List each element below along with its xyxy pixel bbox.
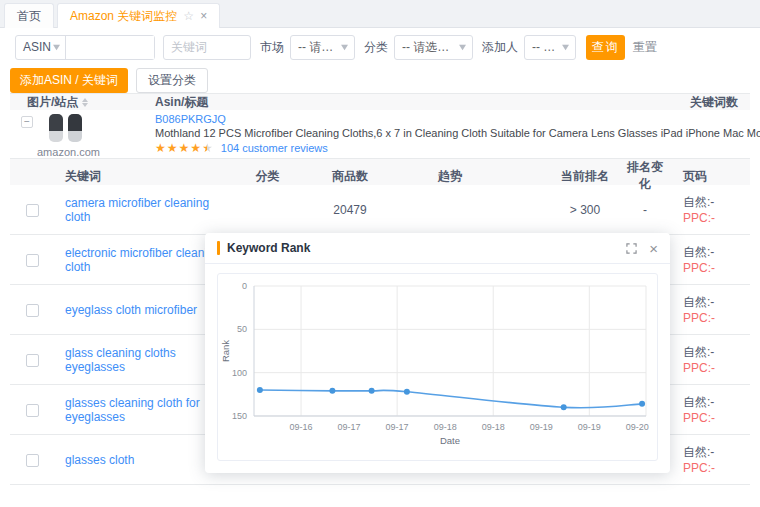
favorite-star-icon[interactable]: ☆ bbox=[183, 9, 194, 23]
market-select[interactable]: -- 请选择 -- ▼ bbox=[290, 35, 355, 60]
subheader-keyword: 关键词 bbox=[55, 168, 225, 185]
rating-row: ★★★★★ 104 customer reviews bbox=[155, 141, 760, 155]
row-checkbox[interactable] bbox=[26, 454, 39, 467]
title-accent-bar bbox=[217, 241, 220, 255]
category-select-value: -- 请选择 -- bbox=[402, 39, 458, 56]
page-cell: 自然:-PPC:- bbox=[665, 194, 750, 226]
table-header-row: 图片/站点 Asin/标题 关键词数 bbox=[10, 93, 750, 110]
page-natural: 自然:- bbox=[683, 294, 750, 310]
category-label: 分类 bbox=[364, 39, 388, 56]
tab-amazon-keyword-monitor[interactable]: Amazon 关键词监控 ☆ × bbox=[57, 3, 220, 28]
subheader-category: 分类 bbox=[225, 168, 310, 185]
svg-text:09-16: 09-16 bbox=[290, 422, 313, 432]
keyword-link[interactable]: glasses cloth bbox=[65, 453, 134, 467]
rank-change-cell: - bbox=[625, 203, 665, 217]
page-natural: 自然:- bbox=[683, 394, 750, 410]
adder-select-value: -- 请选... bbox=[532, 39, 561, 56]
svg-text:09-19: 09-19 bbox=[578, 422, 601, 432]
keyword-input[interactable] bbox=[171, 40, 243, 54]
sort-icon[interactable] bbox=[82, 98, 88, 107]
product-image-wrap: amazon.com bbox=[37, 113, 95, 158]
keyword-link[interactable]: camera microfiber cleaning cloth bbox=[65, 196, 209, 224]
svg-text:09-18: 09-18 bbox=[482, 422, 505, 432]
sub-header-row: 关键词 分类 商品数 趋势 当前排名 排名变化 页码 bbox=[10, 159, 750, 185]
page-natural: 自然:- bbox=[683, 344, 750, 360]
keyword-link[interactable]: glass cleaning cloths eyeglasses bbox=[65, 346, 176, 374]
svg-text:Date: Date bbox=[440, 435, 460, 446]
page-natural: 自然:- bbox=[683, 444, 750, 460]
asin-type-select[interactable]: ASIN ▼ bbox=[16, 36, 66, 59]
star-rating-icon: ★★★★ bbox=[155, 141, 202, 155]
tab-active-label: Amazon 关键词监控 bbox=[70, 8, 177, 25]
svg-text:09-18: 09-18 bbox=[434, 422, 457, 432]
row-checkbox[interactable] bbox=[26, 204, 39, 217]
page-cell: 自然:-PPC:- bbox=[665, 244, 750, 276]
market-select-value: -- 请选择 -- bbox=[298, 39, 340, 56]
filter-bar: ASIN ▼ 市场 -- 请选择 -- ▼ 分类 -- 请选择 -- ▼ 添加人… bbox=[0, 29, 760, 65]
page-ppc: PPC:- bbox=[683, 460, 750, 476]
keyword-rank-modal: Keyword Rank × 05010015009-1609-1709-170… bbox=[205, 233, 670, 473]
collapse-row-button[interactable]: − bbox=[21, 116, 33, 128]
subheader-trend: 趋势 bbox=[390, 168, 510, 185]
page-ppc: PPC:- bbox=[683, 360, 750, 376]
current-rank-cell: > 300 bbox=[545, 203, 625, 217]
row-checkbox[interactable] bbox=[26, 354, 39, 367]
product-count-cell: 20479 bbox=[310, 203, 390, 217]
svg-text:50: 50 bbox=[237, 324, 247, 334]
page-cell: 自然:-PPC:- bbox=[665, 294, 750, 326]
svg-text:09-20: 09-20 bbox=[626, 422, 649, 432]
subheader-rank-change: 排名变化 bbox=[625, 159, 665, 193]
fullscreen-icon[interactable] bbox=[626, 243, 637, 254]
svg-text:09-19: 09-19 bbox=[530, 422, 553, 432]
keyword-input-wrap bbox=[163, 35, 251, 60]
asin-input-group: ASIN ▼ bbox=[15, 35, 155, 60]
subheader-page: 页码 bbox=[665, 168, 750, 185]
product-image bbox=[45, 113, 87, 143]
keyword-link[interactable]: eyeglass cloth microfiber bbox=[65, 303, 197, 317]
header-asin-title: Asin/标题 bbox=[155, 94, 660, 111]
modal-title: Keyword Rank bbox=[227, 241, 626, 255]
svg-text:09-17: 09-17 bbox=[386, 422, 409, 432]
set-category-button[interactable]: 设置分类 bbox=[136, 68, 208, 93]
page-natural: 自然:- bbox=[683, 194, 750, 210]
svg-text:0: 0 bbox=[242, 281, 247, 291]
page-cell: 自然:-PPC:- bbox=[665, 394, 750, 426]
product-info: B086PKRGJQ Mothland 12 PCS Microfiber Cl… bbox=[155, 110, 760, 158]
add-asin-keyword-button[interactable]: 添加ASIN / 关键词 bbox=[10, 68, 128, 93]
page-ppc: PPC:- bbox=[683, 310, 750, 326]
asin-link[interactable]: B086PKRGJQ bbox=[155, 113, 226, 125]
product-title: Mothland 12 PCS Microfiber Cleaning Clot… bbox=[155, 126, 760, 140]
keyword-link[interactable]: electronic microfiber cleaning cloth bbox=[65, 246, 220, 274]
header-image-site[interactable]: 图片/站点 bbox=[10, 94, 155, 111]
half-star-icon: ★ bbox=[202, 141, 213, 155]
svg-text:Rank: Rank bbox=[220, 340, 231, 362]
asin-input[interactable] bbox=[66, 36, 154, 59]
row-checkbox[interactable] bbox=[26, 404, 39, 417]
page-ppc: PPC:- bbox=[683, 410, 750, 426]
modal-body: 05010015009-1609-1709-1709-1809-1809-190… bbox=[205, 264, 670, 470]
page-ppc: PPC:- bbox=[683, 260, 750, 276]
reviews-link[interactable]: 104 customer reviews bbox=[221, 141, 328, 155]
page-cell: 自然:-PPC:- bbox=[665, 444, 750, 476]
subheader-current-rank: 当前排名 bbox=[545, 168, 625, 185]
category-select[interactable]: -- 请选择 -- ▼ bbox=[394, 35, 473, 60]
adder-select[interactable]: -- 请选... ▼ bbox=[524, 35, 576, 60]
header-keyword-count: 关键词数 bbox=[660, 94, 750, 111]
page-natural: 自然:- bbox=[683, 244, 750, 260]
chevron-down-icon: ▼ bbox=[457, 42, 469, 52]
row-checkbox[interactable] bbox=[26, 304, 39, 317]
page-ppc: PPC:- bbox=[683, 210, 750, 226]
rank-line-chart: 05010015009-1609-1709-1709-1809-1809-190… bbox=[218, 274, 657, 460]
subheader-product-count: 商品数 bbox=[310, 168, 390, 185]
close-icon[interactable]: × bbox=[649, 241, 658, 256]
row-checkbox[interactable] bbox=[26, 254, 39, 267]
chevron-down-icon: ▼ bbox=[560, 42, 572, 52]
toolbar: 添加ASIN / 关键词 设置分类 bbox=[10, 68, 208, 93]
keyword-link[interactable]: glasses cleaning cloth for eyeglasses bbox=[65, 396, 200, 424]
tab-home[interactable]: 首页 bbox=[4, 3, 54, 28]
chevron-down-icon: ▼ bbox=[339, 42, 351, 52]
svg-text:09-17: 09-17 bbox=[338, 422, 361, 432]
tab-close-icon[interactable]: × bbox=[200, 10, 207, 22]
reset-button[interactable]: 重置 bbox=[633, 39, 657, 56]
search-button[interactable]: 查询 bbox=[586, 35, 625, 60]
